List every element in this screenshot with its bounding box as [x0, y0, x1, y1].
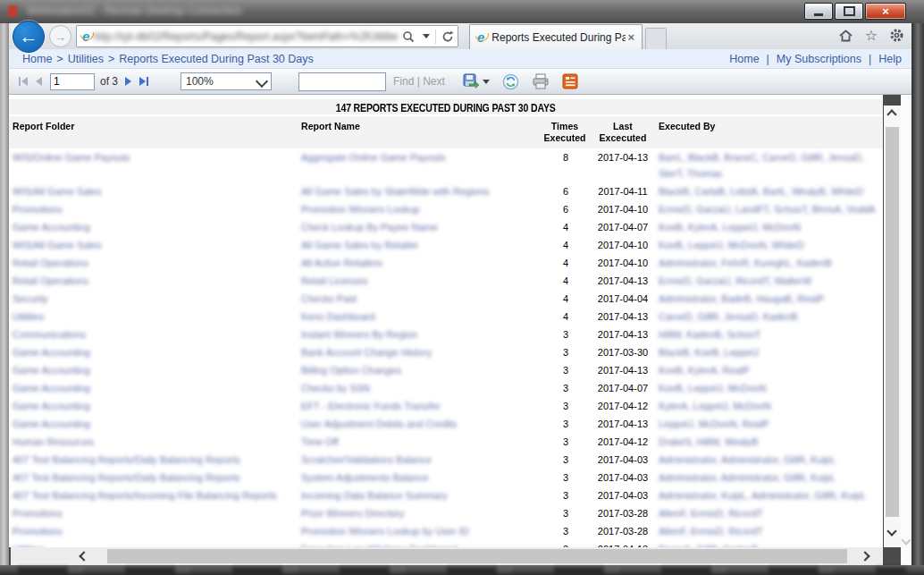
report-name-link[interactable]: User Adjustment Debits and Credits [301, 415, 457, 433]
scroll-right-icon[interactable] [860, 551, 869, 561]
report-name-link[interactable]: Aggregate Online Game Payouts [301, 148, 445, 166]
report-name-link[interactable]: Checks Paid [301, 290, 357, 308]
search-icon[interactable] [402, 30, 415, 43]
report-folder-link[interactable]: 407 Test Balancing Reports/Daily Balanci… [13, 451, 240, 469]
horizontal-scrollbar[interactable] [11, 547, 883, 565]
print-icon[interactable] [532, 73, 550, 89]
report-folder-link[interactable]: Promotions [13, 504, 63, 522]
nav-help-link[interactable]: Help [878, 53, 902, 65]
last-executed-value: 2017-04-12 [587, 397, 659, 415]
report-folder-link[interactable]: WIS/All Game Sales [13, 182, 102, 200]
report-folder-link[interactable]: Game Accounting [13, 415, 90, 433]
report-name-link[interactable]: System Adjustments Balance [301, 469, 428, 486]
report-folder-link[interactable]: Game Accounting [13, 343, 90, 361]
table-row: WIS/Online Game PayoutsAggregate Online … [9, 148, 883, 182]
last-executed-value: 2017-04-13 [587, 540, 659, 547]
times-executed-value: 8 [509, 148, 568, 166]
last-page-button[interactable] [139, 77, 149, 86]
table-row: Game AccountingBilling Option Changes320… [9, 361, 883, 379]
report-folder-link[interactable]: 407 Test Balancing Reports/Daily Balanci… [13, 469, 240, 486]
vertical-scrollbar[interactable] [884, 106, 901, 547]
refresh-icon[interactable] [441, 30, 454, 43]
report-name-link[interactable]: Scratcher/Validations Balance [301, 451, 432, 469]
maximize-button[interactable] [835, 3, 863, 20]
times-executed-value: 3 [509, 397, 568, 415]
next-page-button[interactable] [125, 77, 131, 86]
back-button[interactable]: ← [13, 21, 45, 53]
report-name-link[interactable]: EFT - Electronic Funds Transfer [301, 397, 441, 415]
report-folder-link[interactable]: Game Accounting [13, 379, 90, 397]
report-name-link[interactable]: All Active Retailers [301, 254, 382, 272]
report-folder-link[interactable]: Game Accounting [13, 361, 90, 379]
report-name-link[interactable]: Execution Log XM Keno Dashboard [301, 540, 458, 547]
address-bar[interactable]: e http://rpt-db02/Reports/Pages/Report.a… [76, 25, 458, 47]
find-link[interactable]: Find [393, 75, 414, 88]
outer-scroll-down-icon[interactable] [901, 535, 911, 545]
breadcrumb-utilities-link[interactable]: Utilities [68, 53, 104, 65]
forward-button[interactable]: → [49, 25, 71, 47]
breadcrumb-current-page: Reports Executed During Past 30 Days [119, 53, 313, 65]
vertical-scrollbar-thumb[interactable] [886, 127, 899, 517]
last-executed-value: 2017-04-10 [587, 236, 659, 254]
report-name-link[interactable]: Instant Winners By Region [301, 326, 417, 343]
breadcrumb-home-link[interactable]: Home [22, 53, 52, 65]
report-folder-link[interactable]: Promotions [13, 200, 63, 218]
refresh-report-icon[interactable] [502, 73, 519, 90]
times-executed-value: 3 [509, 504, 568, 522]
scroll-down-icon[interactable] [886, 526, 896, 536]
report-name-link[interactable]: Prize Winners Directory [301, 504, 405, 522]
browser-tab[interactable]: e Reports Executed During Pa... × [469, 24, 643, 49]
scroll-left-icon[interactable] [79, 551, 88, 561]
report-name-link[interactable]: Time Off [301, 433, 339, 451]
zoom-dropdown[interactable]: 100% [181, 72, 272, 90]
page-count-label: of 3 [100, 75, 118, 88]
settings-icon[interactable] [889, 28, 904, 43]
window-titlebar: Workstation02 - Remote Desktop Connectio… [0, 0, 924, 23]
report-folder-link[interactable]: 407 Test Balancing Reports/Incoming File… [13, 486, 277, 504]
report-name-link[interactable]: All Game Sales by Retailer [301, 236, 418, 254]
report-folder-link[interactable]: WIS/All Game Sales [13, 236, 102, 254]
home-icon[interactable] [838, 29, 853, 43]
minimize-button[interactable] [804, 3, 833, 20]
report-name-link[interactable]: Bank Account Change History [301, 343, 432, 361]
report-folder-link[interactable]: Security [13, 290, 48, 308]
favorites-icon[interactable]: ☆ [865, 29, 878, 43]
report-folder-link[interactable]: Communications [13, 326, 86, 343]
page-number-input[interactable] [50, 73, 95, 90]
report-name-link[interactable]: Incoming Data Balance Summary [301, 486, 448, 504]
report-name-link[interactable]: All Game Sales by StateWide with Regions [301, 182, 489, 200]
report-folder-link[interactable]: Utilities [13, 308, 44, 326]
report-folder-link[interactable]: Retail Operations [13, 254, 88, 272]
tab-close-icon[interactable]: × [626, 31, 636, 43]
report-folder-link[interactable]: Game Accounting [13, 218, 90, 236]
report-folder-link[interactable]: WIS/Online Game Payouts [13, 148, 130, 166]
report-name-link[interactable]: Keno Dashboard [301, 308, 375, 326]
data-feed-icon[interactable] [562, 73, 578, 89]
report-name-link[interactable]: Promotion Winners Lookup [301, 200, 420, 218]
report-name-link[interactable]: Check Lookup By Payee Name [301, 218, 438, 236]
report-folder-link[interactable]: Utilities [13, 540, 44, 547]
address-dropdown-icon[interactable] [423, 34, 430, 38]
find-text-input[interactable] [298, 72, 386, 91]
nav-home-link[interactable]: Home [729, 53, 759, 65]
nav-separator: | [767, 53, 769, 65]
report-name-link[interactable]: Promotion Winners Lookup by User ID [301, 522, 469, 540]
find-next-link[interactable]: Next [423, 75, 445, 88]
close-button[interactable]: × [865, 3, 906, 20]
horizontal-scrollbar-thumb[interactable] [107, 549, 847, 563]
report-folder-link[interactable]: Promotions [13, 522, 63, 540]
report-folder-link[interactable]: Human Resources [13, 433, 94, 451]
report-name-link[interactable]: Retail Licenses [301, 272, 368, 290]
export-button[interactable] [463, 73, 490, 89]
report-name-link[interactable]: Checks by SSN [301, 379, 370, 397]
previous-page-button[interactable] [36, 77, 42, 86]
scroll-up-icon[interactable] [886, 109, 896, 119]
report-folder-link[interactable]: Retail Operations [13, 272, 88, 290]
last-executed-value: 2017-04-13 [587, 148, 659, 166]
report-name-link[interactable]: Billing Option Changes [301, 361, 401, 379]
first-page-button[interactable] [18, 77, 28, 86]
nav-my-subscriptions-link[interactable]: My Subscriptions [777, 53, 861, 65]
new-tab-button[interactable] [645, 28, 667, 50]
report-folder-link[interactable]: Game Accounting [13, 397, 90, 415]
column-header-report-name: Report Name [301, 121, 360, 132]
